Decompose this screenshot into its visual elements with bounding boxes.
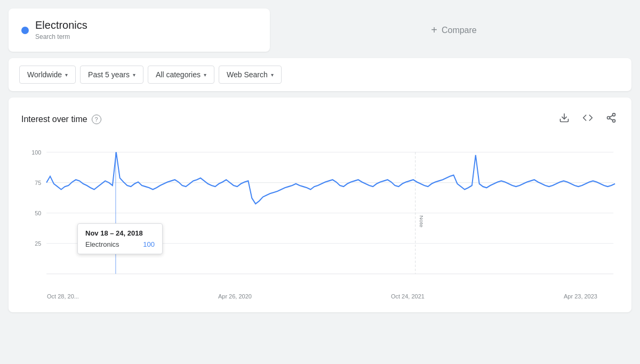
svg-text:50: 50 — [42, 231, 50, 238]
chart-title: Interest over time — [28, 117, 102, 128]
help-symbol: ? — [111, 119, 115, 126]
search-term-subtitle: Search term — [41, 34, 98, 42]
chart-title-group: Interest over time ? — [28, 117, 118, 128]
search-term-text: Electronics Search term — [41, 19, 98, 42]
svg-text:Apr 23, 2023: Apr 23, 2023 — [468, 297, 505, 304]
svg-text:75: 75 — [42, 193, 50, 201]
embed-button[interactable] — [572, 114, 587, 131]
download-button[interactable] — [546, 114, 561, 131]
svg-text:Oct 28, 20...: Oct 28, 20... — [57, 297, 92, 304]
tooltip-term: Electronics — [79, 254, 114, 262]
search-term-name: Electronics — [41, 19, 98, 33]
search-term-card: Electronics Search term — [11, 9, 309, 53]
chart-tooltip: Nov 18 – 24, 2018 Electronics 100 — [70, 234, 156, 269]
svg-text:Oct 24, 2021: Oct 24, 2021 — [324, 297, 361, 304]
chart-container: 100 75 50 25 Oct 28, 20... Apr 26, 2020 … — [28, 144, 612, 317]
category-filter-label: All categories — [167, 72, 212, 81]
svg-text:Apr 26, 2020: Apr 26, 2020 — [175, 297, 212, 304]
svg-text:Note: Note — [436, 234, 443, 247]
search-type-chevron-icon: ▾ — [287, 74, 290, 80]
time-filter-label: Past 5 years — [95, 72, 137, 81]
chart-svg: 100 75 50 25 Oct 28, 20... Apr 26, 2020 … — [28, 144, 612, 314]
search-type-filter[interactable]: Web Search ▾ — [234, 68, 299, 86]
category-filter[interactable]: All categories ▾ — [158, 68, 227, 86]
svg-text:100: 100 — [38, 156, 49, 164]
search-type-filter-label: Web Search — [243, 72, 284, 81]
time-filter[interactable]: Past 5 years ▾ — [86, 68, 152, 86]
chart-section: Interest over time ? — [11, 101, 629, 325]
location-chevron-icon: ▾ — [68, 74, 71, 80]
tooltip-value: 100 — [135, 254, 147, 262]
share-button[interactable] — [597, 114, 612, 131]
location-filter-label: Worldwide — [30, 72, 65, 81]
svg-text:25: 25 — [42, 268, 50, 276]
tooltip-row: Electronics 100 — [79, 254, 147, 262]
filters-section: Worldwide ▾ Past 5 years ▾ All categorie… — [11, 59, 629, 94]
compare-card[interactable]: + Compare — [316, 9, 629, 53]
help-icon[interactable]: ? — [107, 117, 118, 128]
tooltip-date: Nov 18 – 24, 2018 — [79, 241, 147, 249]
time-chevron-icon: ▾ — [140, 74, 143, 80]
chart-actions — [546, 114, 612, 131]
compare-plus-icon: + — [447, 24, 454, 38]
page-wrapper: Electronics Search term + Compare Worldw… — [11, 9, 629, 325]
svg-line-5 — [603, 118, 606, 120]
chart-header: Interest over time ? — [28, 114, 612, 131]
top-section: Electronics Search term + Compare — [11, 9, 629, 53]
compare-label: Compare — [459, 25, 498, 36]
svg-line-4 — [603, 122, 606, 123]
search-term-dot — [23, 26, 33, 36]
category-chevron-icon: ▾ — [215, 74, 218, 80]
location-filter[interactable]: Worldwide ▾ — [21, 68, 80, 86]
